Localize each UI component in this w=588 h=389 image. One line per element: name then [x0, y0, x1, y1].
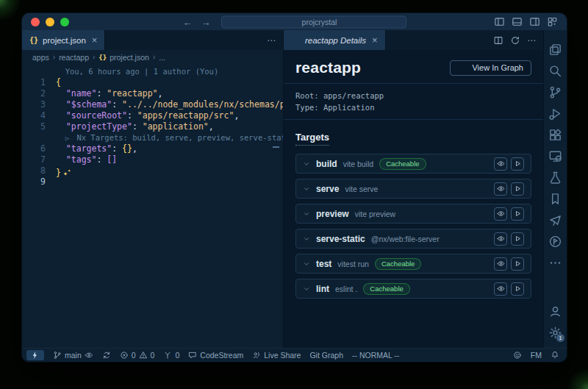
lightning-icon	[31, 351, 40, 360]
command-center-search[interactable]: projcrystal	[221, 15, 406, 28]
tabbar-left: {} project.json × ⋯	[22, 30, 283, 50]
tabbar-spacer	[105, 30, 259, 50]
target-row-test[interactable]: testvitest runCacheable	[295, 254, 531, 274]
refresh-icon[interactable]	[510, 35, 520, 46]
breadcrumb-separator: ›	[153, 53, 155, 61]
run-target-button[interactable]	[511, 282, 524, 296]
code-line: 3 "$schema": "../../node_modules/nx/sche…	[22, 99, 283, 110]
navigate-back-button[interactable]: ←	[183, 17, 193, 26]
status-label: CodeStream	[200, 351, 243, 360]
code-editor[interactable]: You, 6 hours ago | 1 author (You)1{2 "na…	[22, 64, 283, 348]
chevron-down-icon	[303, 285, 310, 293]
cacheable-badge: Cacheable	[379, 158, 426, 170]
activity-extensions[interactable]	[544, 124, 567, 146]
codestream-status[interactable]: CodeStream	[188, 351, 243, 360]
breadcrumb-item[interactable]: reactapp	[59, 53, 89, 62]
remote-indicator[interactable]	[26, 350, 44, 360]
target-row-preview[interactable]: previewvite preview	[295, 204, 531, 224]
activity-more[interactable]	[544, 252, 567, 274]
breadcrumb-item[interactable]: apps	[32, 53, 49, 62]
activity-source-control[interactable]	[544, 82, 567, 103]
ai-status[interactable]	[513, 351, 522, 360]
git-graph-status[interactable]: Git Graph	[309, 351, 343, 360]
codelens-play-icon: ▷	[65, 135, 69, 142]
more-actions-icon[interactable]: ⋯	[267, 35, 276, 46]
run-target-button[interactable]	[511, 182, 524, 196]
close-window-button[interactable]	[31, 18, 40, 26]
activity-remote-explorer[interactable]	[544, 146, 567, 167]
vim-mode-status[interactable]: -- NORMAL --	[352, 351, 399, 360]
git-branch-status[interactable]: main	[53, 351, 93, 360]
layout-sidebar-right-icon[interactable]	[529, 16, 540, 27]
layout-sidebar-left-icon[interactable]	[494, 16, 505, 27]
view-target-button[interactable]	[494, 282, 507, 296]
tab-project-json[interactable]: {} project.json ×	[22, 30, 105, 50]
navigate-forward-button[interactable]: →	[201, 17, 211, 26]
activity-ai-assistant[interactable]	[544, 210, 567, 231]
customize-layout-icon[interactable]	[547, 16, 558, 27]
eye-icon	[497, 285, 505, 293]
fm-status[interactable]: FM	[531, 351, 542, 360]
status-label: FM	[531, 351, 542, 360]
run-target-button[interactable]	[511, 232, 524, 246]
gitlens-blame-annotation[interactable]: You, 6 hours ago | 1 author (You)	[56, 66, 283, 77]
view-in-graph-label: View In Graph	[472, 63, 523, 72]
testing-icon	[548, 171, 562, 185]
breadcrumb-label: reactapp	[59, 53, 89, 62]
eye-icon	[85, 351, 93, 360]
tab-reactapp-details[interactable]: reactapp Details ×	[284, 30, 386, 50]
target-command: @nx/web:file-server	[371, 235, 440, 243]
view-target-button[interactable]	[494, 157, 507, 171]
close-tab-icon[interactable]: ×	[92, 35, 98, 45]
status-label: main	[65, 351, 82, 360]
target-command: vite serve	[345, 185, 378, 193]
layout-panel-icon[interactable]	[512, 16, 523, 27]
code-line: 8}✦✦	[22, 165, 283, 176]
activity-search[interactable]	[544, 60, 567, 82]
line-number: 7	[22, 154, 56, 165]
view-target-button[interactable]	[494, 182, 507, 196]
live-share-status[interactable]: Live Share	[252, 351, 301, 360]
activity-run-debug[interactable]	[544, 103, 567, 124]
target-row-serve[interactable]: servevite serve	[295, 179, 531, 199]
activity-bookmarks[interactable]	[544, 188, 567, 210]
activity-testing[interactable]	[544, 167, 567, 188]
run-target-button[interactable]	[511, 257, 524, 271]
ai-assistant-icon	[548, 213, 562, 227]
view-target-button[interactable]	[494, 232, 507, 246]
status-label: Git Graph	[309, 351, 343, 360]
breadcrumb-item[interactable]: {}project.json	[98, 53, 149, 62]
run-target-button[interactable]	[511, 207, 524, 221]
maximize-window-button[interactable]	[60, 18, 69, 26]
target-row-lint[interactable]: linteslint .Cacheable	[295, 279, 531, 299]
view-target-button[interactable]	[494, 257, 507, 271]
targets-heading: Targets	[295, 132, 329, 146]
fork-count-status[interactable]: 0	[163, 351, 179, 360]
close-tab-icon[interactable]: ×	[372, 35, 378, 45]
minimize-window-button[interactable]	[46, 18, 54, 26]
notifications-bell[interactable]	[551, 351, 559, 360]
view-target-button[interactable]	[494, 207, 507, 221]
activity-bar: 1	[544, 30, 567, 348]
traffic-lights	[31, 18, 69, 26]
run-target-button[interactable]	[511, 157, 524, 171]
activity-settings-gear[interactable]: 1	[544, 322, 567, 343]
activity-explorer[interactable]	[544, 39, 567, 60]
remote-explorer-icon	[548, 149, 562, 163]
json-file-icon: {}	[98, 54, 107, 61]
status-label: 0	[175, 351, 179, 360]
more-actions-icon[interactable]: ⋯	[527, 35, 536, 46]
activity-account[interactable]	[544, 301, 567, 322]
target-row-serve-static[interactable]: serve-static@nx/web:file-server	[295, 229, 531, 249]
sync-status[interactable]	[102, 351, 111, 360]
activity-flag-circle[interactable]	[544, 231, 567, 252]
search-icon	[290, 18, 298, 26]
breadcrumb-label: apps	[32, 53, 49, 62]
target-row-build[interactable]: buildvite buildCacheable	[295, 154, 531, 174]
breadcrumb-item[interactable]: ...	[159, 53, 165, 62]
split-editor-icon[interactable]	[493, 35, 503, 46]
nx-targets-codelens[interactable]: ▷ Nx Targets: build, serve, preview, ser…	[56, 132, 283, 143]
problems-status[interactable]: 00	[120, 351, 155, 360]
ai-face-icon	[513, 351, 522, 360]
view-in-graph-button[interactable]: View In Graph	[450, 60, 531, 76]
